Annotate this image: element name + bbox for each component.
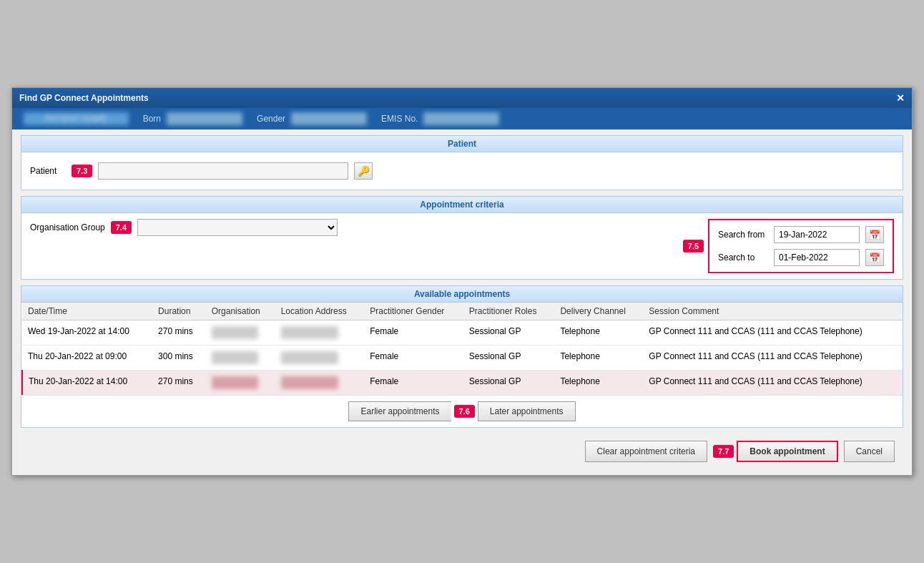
search-from-input[interactable] — [774, 226, 860, 243]
col-organisation: Organisation — [206, 303, 275, 320]
action-row: Clear appointment criteria 7.7 Book appo… — [21, 434, 903, 469]
cell-comment: GP Connect 111 and CCAS (111 and CCAS Te… — [643, 346, 903, 371]
patient-badge: 7.3 — [72, 165, 92, 177]
patient-section: Patient Patient 7.3 🔑 — [21, 135, 903, 190]
cell-duration: 270 mins — [152, 320, 206, 346]
appointments-table-body: Wed 19-Jan-2022 at 14:00 270 mins BLURRE… — [22, 320, 903, 396]
appointment-criteria-section: Appointment criteria Organisation Group … — [21, 196, 903, 280]
org-group: Organisation Group 7.4 — [30, 219, 672, 236]
cell-location: BLURRED — [275, 320, 365, 346]
table-row[interactable]: Thu 20-Jan-2022 at 14:00 270 mins BLURRE… — [22, 371, 903, 396]
close-icon[interactable]: ✕ — [896, 92, 905, 104]
dialog-window: Find GP Connect Appointments ✕ PATIENT N… — [11, 87, 913, 476]
cell-datetime: Thu 20-Jan-2022 at 09:00 — [22, 346, 152, 371]
cancel-button[interactable]: Cancel — [844, 441, 895, 462]
appointments-table: Date/Time Duration Organisation Location… — [21, 303, 903, 395]
cell-organisation: BLURRED — [206, 346, 275, 371]
appointments-section: Available appointments Date/Time Duratio… — [21, 285, 903, 428]
table-row[interactable]: Wed 19-Jan-2022 at 14:00 270 mins BLURRE… — [22, 320, 903, 346]
cell-delivery: Telephone — [554, 371, 643, 396]
cell-datetime: Wed 19-Jan-2022 at 14:00 — [22, 320, 152, 346]
col-pract-roles: Practitioner Roles — [463, 303, 555, 320]
col-pract-gender: Practitioner Gender — [364, 303, 463, 320]
col-delivery: Delivery Channel — [554, 303, 643, 320]
cell-delivery: Telephone — [554, 346, 643, 371]
col-location: Location Address — [275, 303, 365, 320]
emis-group: EMIS No. REDACTED — [381, 112, 499, 125]
cell-pract-roles: Sessional GP — [463, 371, 555, 396]
patient-header: PATIENT NAME Born REDACTED Gender REDACT… — [12, 108, 912, 129]
cell-location: BLURRED — [275, 371, 365, 396]
gender-label: Gender — [257, 114, 285, 124]
cell-comment: GP Connect 111 and CCAS (111 and CCAS Te… — [643, 371, 903, 396]
gender-group: Gender REDACTED — [257, 112, 367, 125]
org-group-select[interactable] — [137, 219, 338, 236]
search-from-row: Search from 📅 — [718, 226, 884, 243]
col-datetime: Date/Time — [22, 303, 152, 320]
cell-datetime: Thu 20-Jan-2022 at 14:00 — [22, 371, 152, 396]
cell-location: BLURRED — [275, 346, 365, 371]
emis-label: EMIS No. — [381, 114, 418, 124]
nav-badge: 7.6 — [454, 405, 475, 418]
content-area: Patient Patient 7.3 🔑 Appointment criter… — [12, 129, 912, 475]
cell-organisation: BLURRED — [206, 320, 275, 346]
gender-value: REDACTED — [291, 112, 367, 125]
criteria-content: Organisation Group 7.4 7.5 Search from — [21, 213, 903, 279]
col-duration: Duration — [152, 303, 206, 320]
emis-value: REDACTED — [423, 112, 499, 125]
clear-appointment-criteria-button[interactable]: Clear appointment criteria — [585, 441, 707, 462]
org-group-badge: 7.4 — [111, 221, 132, 234]
search-to-input[interactable] — [774, 249, 860, 266]
search-dates-badge: 7.5 — [683, 240, 704, 253]
appointments-table-head: Date/Time Duration Organisation Location… — [22, 303, 903, 320]
cell-pract-gender: Female — [364, 320, 463, 346]
book-appointment-button[interactable]: Book appointment — [737, 441, 837, 462]
search-to-calendar-button[interactable]: 📅 — [865, 249, 884, 266]
book-button-group: 7.7 Book appointment — [713, 441, 838, 462]
search-from-calendar-button[interactable]: 📅 — [865, 226, 884, 243]
cell-comment: GP Connect 111 and CCAS (111 and CCAS Te… — [643, 320, 903, 346]
cell-pract-roles: Sessional GP — [463, 320, 555, 346]
cell-pract-gender: Female — [364, 371, 463, 396]
cell-duration: 300 mins — [152, 346, 206, 371]
patient-name-blurred: PATIENT NAME — [24, 112, 129, 125]
cell-pract-roles: Sessional GP — [463, 346, 555, 371]
patient-row: Patient 7.3 🔑 — [30, 158, 894, 184]
dialog-title: Find GP Connect Appointments — [19, 93, 149, 103]
table-header-row: Date/Time Duration Organisation Location… — [22, 303, 903, 320]
org-group-label: Organisation Group — [30, 222, 105, 232]
patient-section-content: Patient 7.3 🔑 — [21, 152, 903, 190]
search-to-label: Search to — [718, 253, 768, 263]
earlier-appointments-button[interactable]: Earlier appointments — [348, 401, 451, 421]
search-from-label: Search from — [718, 230, 768, 240]
cell-duration: 270 mins — [152, 371, 206, 396]
search-dates-group: 7.5 Search from 📅 Search to 📅 — [683, 219, 894, 273]
patient-input[interactable] — [98, 162, 348, 180]
born-value: REDACTED — [167, 112, 242, 125]
table-row[interactable]: Thu 20-Jan-2022 at 09:00 300 mins BLURRE… — [22, 346, 903, 371]
book-badge: 7.7 — [713, 445, 734, 458]
col-comment: Session Comment — [643, 303, 903, 320]
search-dates-box: Search from 📅 Search to 📅 — [708, 219, 894, 273]
cell-pract-gender: Female — [364, 346, 463, 371]
title-bar: Find GP Connect Appointments ✕ — [12, 88, 912, 108]
cell-delivery: Telephone — [554, 320, 643, 346]
patient-search-button[interactable]: 🔑 — [354, 162, 373, 180]
appointment-criteria-header: Appointment criteria — [21, 197, 903, 213]
cell-organisation: BLURRED — [206, 371, 275, 396]
appointments-table-wrapper: Date/Time Duration Organisation Location… — [21, 303, 903, 395]
born-label: Born — [143, 114, 161, 124]
appointments-header: Available appointments — [21, 286, 903, 303]
patient-section-header: Patient — [21, 136, 903, 152]
nav-buttons-row: Earlier appointments 7.6 Later appointme… — [21, 395, 903, 427]
later-appointments-button[interactable]: Later appointments — [478, 401, 576, 421]
patient-field-label: Patient — [30, 166, 66, 176]
born-group: Born REDACTED — [143, 112, 242, 125]
search-to-row: Search to 📅 — [718, 249, 884, 266]
